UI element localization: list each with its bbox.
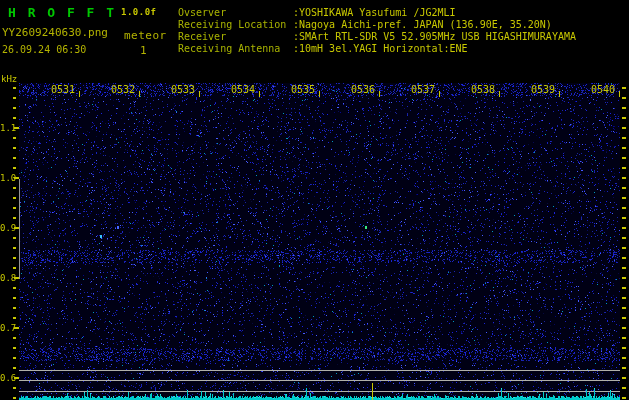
time-label: 0533 [168,84,198,95]
freq-label: 0.7 [0,323,14,333]
info-value: :10mH 3el.YAGI Horizontal:ENE [293,43,468,54]
output-filename: YY2609240630.png [2,26,108,39]
station-info-line: Ovserver:YOSHIKAWA Yasufumi /JG2MLI [178,7,576,19]
info-label: Receiving Location [178,19,293,31]
station-info-line: Receiver:SMArt RTL-SDR V5 52.905MHz USB … [178,31,576,43]
time-label: 0532 [108,84,138,95]
freq-label: 0.6 [0,373,14,383]
spectrogram-plot [0,0,629,400]
station-info-line: Receiving Location:Nagoya Aichi-pref. JA… [178,19,576,31]
info-value: :SMArt RTL-SDR V5 52.905MHz USB HIGASHIM… [293,31,576,42]
freq-label: 1.0 [0,173,14,183]
info-label: Receiver [178,31,293,43]
time-label: 0540 [588,84,618,95]
time-label: 0531 [48,84,78,95]
station-info: Ovserver:YOSHIKAWA Yasufumi /JG2MLIRecei… [178,7,576,55]
info-value: :YOSHIKAWA Yasufumi /JG2MLI [293,7,456,18]
time-label: 0536 [348,84,378,95]
time-label: 0534 [228,84,258,95]
time-label: 0538 [468,84,498,95]
app-title: H R O F F T [8,5,116,20]
echo-count: 1 [140,44,147,57]
observation-datetime: 26.09.24 06:30 [2,44,86,55]
station-info-line: Receiving Antenna:10mH 3el.YAGI Horizont… [178,43,576,55]
time-label: 0535 [288,84,318,95]
time-label: 0537 [408,84,438,95]
hrofft-window: H R O F F T 1.0.0f YY2609240630.png mete… [0,0,629,400]
info-label: Ovserver [178,7,293,19]
time-label: 0539 [528,84,558,95]
app-version: 1.0.0f [121,7,157,17]
info-label: Receiving Antenna [178,43,293,55]
mode-label: meteor [124,29,167,42]
freq-label: 1.1 [0,123,14,133]
freq-label: 0.9 [0,223,14,233]
freq-label: 0.8 [0,273,14,283]
freq-axis-unit-label: kHz [1,74,17,84]
info-value: :Nagoya Aichi-pref. JAPAN (136.90E, 35.2… [293,19,552,30]
